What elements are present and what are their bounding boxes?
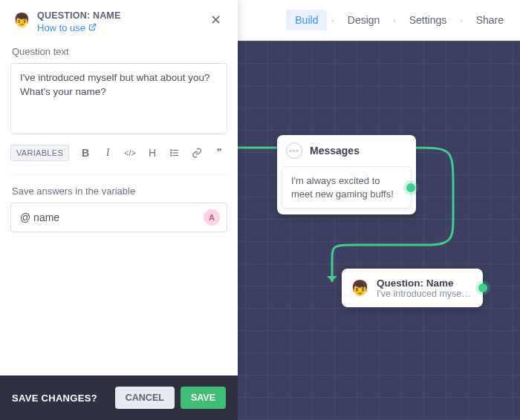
variable-field: A [10, 203, 227, 232]
code-icon[interactable]: </> [124, 148, 136, 157]
tab-design[interactable]: Design [339, 10, 389, 30]
variable-input[interactable] [10, 203, 227, 232]
save-variable-label: Save answers in the variable [12, 186, 226, 197]
tab-build[interactable]: Build [286, 10, 327, 30]
svg-point-4 [171, 152, 172, 153]
node-messages[interactable]: ••• Messages I'm always excited to meet … [277, 135, 416, 214]
edit-panel: 👦 QUESTION: NAME How to use ✕ Question t… [0, 0, 238, 375]
editor-toolbar: VARIABLES B I </> H ” [10, 145, 227, 161]
node-messages-title: Messages [310, 145, 360, 157]
chevron-right-icon: › [460, 16, 462, 24]
save-changes-label: SAVE CHANGES? [12, 393, 97, 404]
node-messages-text: I'm always excited to meet new gaming bu… [291, 175, 394, 200]
node-question-title: Question: Name [377, 278, 471, 289]
node-messages-header: ••• Messages [277, 135, 416, 166]
variables-button[interactable]: VARIABLES [10, 145, 69, 161]
svg-point-5 [171, 155, 172, 156]
svg-point-3 [171, 150, 172, 151]
node-question-subtitle: I've introduced myse… [377, 289, 471, 299]
cancel-button[interactable]: CANCEL [115, 387, 175, 409]
output-port[interactable] [478, 283, 487, 292]
question-text-label: Question text [12, 46, 226, 57]
heading-icon[interactable]: H [146, 147, 158, 159]
bold-icon[interactable]: B [79, 147, 91, 159]
italic-icon[interactable]: I [102, 147, 114, 159]
nav-tabs: Build › Design › Settings › Share [286, 10, 513, 30]
divider [10, 174, 227, 175]
save-bar: SAVE CHANGES? CANCEL SAVE [0, 375, 238, 420]
question-text-input[interactable] [10, 63, 227, 134]
node-messages-body[interactable]: I'm always excited to meet new gaming bu… [282, 166, 412, 209]
tab-share[interactable]: Share [467, 10, 513, 30]
person-emoji-icon: 👦 [351, 279, 369, 297]
list-icon[interactable] [169, 148, 181, 158]
tab-settings[interactable]: Settings [400, 10, 456, 30]
external-link-icon [88, 22, 97, 33]
output-port[interactable] [406, 183, 415, 192]
how-to-use-link[interactable]: How to use [37, 22, 97, 33]
panel-title: QUESTION: NAME [37, 10, 207, 21]
node-question-text: Question: Name I've introduced myse… [377, 278, 471, 299]
app-root: Build › Design › Settings › Share ••• Me… [0, 0, 520, 420]
chevron-right-icon: › [331, 16, 334, 24]
chevron-right-icon: › [393, 16, 395, 24]
person-emoji-icon: 👦 [13, 12, 30, 28]
variable-type-badge: A [204, 209, 220, 226]
save-button[interactable]: SAVE [181, 387, 226, 409]
chat-bubble-icon: ••• [286, 142, 302, 159]
how-to-use-label: How to use [37, 22, 85, 33]
link-icon[interactable] [191, 148, 203, 158]
close-button[interactable]: ✕ [207, 10, 224, 30]
quote-icon[interactable]: ” [213, 147, 225, 159]
panel-header: 👦 QUESTION: NAME How to use ✕ [0, 0, 238, 42]
node-question[interactable]: 👦 Question: Name I've introduced myse… [342, 269, 483, 307]
